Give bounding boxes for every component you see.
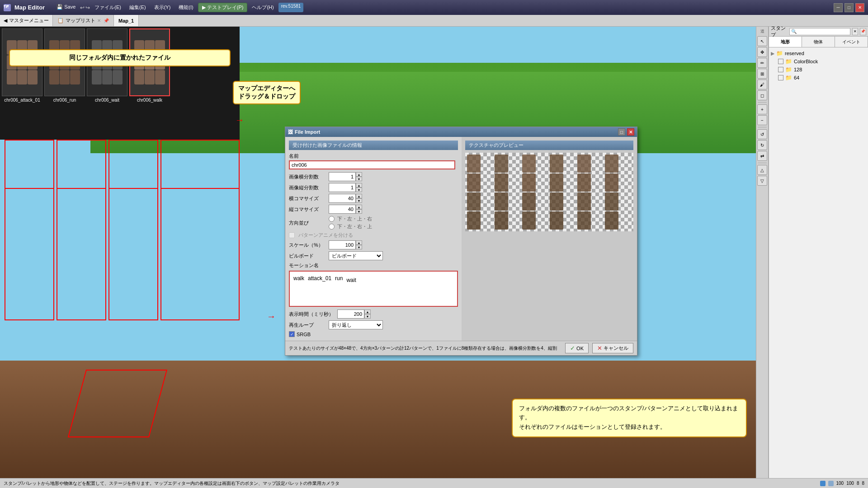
- file-item[interactable]: chr006_walk: [129, 28, 170, 138]
- red-col-2b: [57, 140, 106, 320]
- master-menu-tab[interactable]: ◀ マスターメニュー: [0, 15, 53, 26]
- map-1-tab[interactable]: Map_1: [114, 15, 139, 26]
- menu-bar: 💾 Save ↩ ↪ ファイル(E) 編集(E) 表示(Y) 機能(I) ▶ テ…: [53, 3, 303, 12]
- tool-rotate-left[interactable]: ↺: [757, 129, 767, 139]
- dialog-icon: 🖼: [288, 129, 293, 135]
- tool-eraser[interactable]: ◻: [757, 90, 767, 100]
- dialog-restore-button[interactable]: □: [618, 128, 625, 136]
- frame-h-spinner-btns: ▲ ▼: [356, 205, 362, 214]
- scale-input[interactable]: [329, 240, 356, 249]
- file-menu[interactable]: ファイル(E): [91, 3, 125, 12]
- direction-radio-2[interactable]: [329, 224, 335, 230]
- horiz-div-up[interactable]: ▲: [356, 172, 362, 177]
- ok-button[interactable]: ✓ OK: [565, 343, 589, 353]
- frame-w-spinner: ▲ ▼: [329, 194, 362, 203]
- frame-h-up[interactable]: ▲: [356, 205, 362, 209]
- motion-label: モーション名: [289, 262, 458, 269]
- 128-checkbox[interactable]: [778, 67, 783, 72]
- tool-triangle-2[interactable]: ▽: [757, 176, 767, 186]
- scale-up[interactable]: ▲: [356, 240, 362, 245]
- divider-2: [758, 127, 767, 127]
- tool-grid[interactable]: ⊞: [757, 69, 767, 79]
- stamp-tab-terrain[interactable]: 地形: [769, 37, 802, 47]
- toolbar-label: 道: [760, 28, 764, 34]
- tree-item-reserved[interactable]: ▶ 📁 reserved: [771, 49, 866, 57]
- loop-select[interactable]: 折り返し: [329, 320, 383, 329]
- file-name-1: chr006_attack_01: [4, 98, 40, 103]
- map-list-tab[interactable]: 📋 マップリスト ✕ 📌: [53, 15, 114, 26]
- cancel-button[interactable]: ✕ キャンセル: [592, 343, 633, 353]
- maximize-button[interactable]: □: [844, 3, 854, 12]
- display-time-spinner: ▲ ▼: [337, 310, 371, 319]
- display-time-input[interactable]: [337, 310, 364, 319]
- function-menu[interactable]: 機能(I): [175, 3, 197, 12]
- vert-div-up[interactable]: ▲: [356, 183, 362, 188]
- frame-w-input[interactable]: [329, 194, 356, 203]
- frame-h-label: 縦コマサイズ: [289, 206, 325, 213]
- tool-pen[interactable]: ✏: [757, 58, 767, 68]
- edit-menu[interactable]: 編集(E): [126, 3, 150, 12]
- preview-sprite: [550, 155, 563, 173]
- display-time-up[interactable]: ▲: [364, 310, 371, 314]
- srgb-checkbox[interactable]: ✓: [289, 331, 295, 337]
- frame-h-down[interactable]: ▼: [356, 209, 362, 214]
- name-input[interactable]: [289, 160, 455, 169]
- save-button[interactable]: 💾 Save: [53, 3, 79, 12]
- test-play-button[interactable]: ▶ テストプレイ(P): [198, 3, 248, 12]
- file-item[interactable]: chr006_attack_01: [2, 28, 42, 138]
- vert-div-input[interactable]: [329, 183, 356, 192]
- view-menu[interactable]: 表示(Y): [151, 3, 175, 12]
- redo-button[interactable]: ↪: [85, 5, 90, 11]
- stamp-tab-objects[interactable]: 物体: [802, 37, 835, 47]
- 64-checkbox[interactable]: [778, 75, 783, 80]
- undo-button[interactable]: ↩: [80, 5, 85, 11]
- stamp-search-input[interactable]: [789, 28, 850, 35]
- revision-badge: rev.51581: [278, 3, 304, 12]
- tool-brush[interactable]: 🖌: [757, 80, 767, 89]
- colorblock-checkbox[interactable]: [778, 59, 783, 64]
- frame-h-row: 縦コマサイズ ▲ ▼: [289, 205, 458, 214]
- direction-radio-1[interactable]: [329, 216, 335, 222]
- tool-move[interactable]: ✥: [757, 47, 767, 57]
- tool-triangle-1[interactable]: △: [757, 165, 767, 175]
- file-item[interactable]: chr006_run: [44, 28, 85, 138]
- frame-w-down[interactable]: ▼: [356, 198, 362, 203]
- horiz-div-row: 画像横分割数 ▲ ▼: [289, 172, 458, 181]
- billboard-select[interactable]: ビルボード: [329, 251, 383, 260]
- tool-zoom-in[interactable]: +: [757, 104, 767, 114]
- scale-spinner: ▲ ▼: [329, 240, 362, 249]
- stamp-close-button[interactable]: ✕: [852, 28, 859, 35]
- stamp-tab-events[interactable]: イベント: [835, 37, 868, 47]
- frame-h-input[interactable]: [329, 205, 356, 214]
- tree-item-128[interactable]: 📁 128: [771, 66, 866, 74]
- minimize-button[interactable]: ─: [834, 3, 843, 12]
- ok-label: OK: [576, 346, 584, 351]
- tool-select[interactable]: ↖: [757, 36, 767, 46]
- horiz-div-down[interactable]: ▼: [356, 177, 362, 181]
- tree-item-64[interactable]: 📁 64: [771, 74, 866, 82]
- direction-label: 方向並び: [289, 220, 325, 226]
- help-menu[interactable]: ヘルプ(H): [248, 3, 277, 12]
- tool-rotate-right[interactable]: ↻: [757, 140, 767, 150]
- display-time-down[interactable]: ▼: [364, 314, 371, 319]
- pattern-anim-checkbox[interactable]: [289, 232, 295, 238]
- scale-row: スケール（%） ▲ ▼: [289, 240, 458, 249]
- stamp-pin-button[interactable]: 📌: [860, 28, 866, 35]
- frame-w-up[interactable]: ▲: [356, 194, 362, 198]
- tool-flip[interactable]: ⇄: [757, 151, 767, 161]
- scale-down[interactable]: ▼: [356, 245, 362, 249]
- preview-sprite: [550, 211, 563, 230]
- motion-box: walk attack_01 run wait: [289, 271, 458, 307]
- file-item[interactable]: chr006_wait: [87, 28, 127, 138]
- tool-zoom-out[interactable]: −: [757, 115, 767, 125]
- map-list-close[interactable]: ✕: [97, 18, 101, 23]
- red-col-3b: [108, 140, 158, 320]
- close-button[interactable]: ✕: [855, 3, 864, 12]
- x-icon: ✕: [597, 345, 602, 352]
- scale-label: スケール（%）: [289, 242, 325, 249]
- horiz-div-input[interactable]: [329, 172, 356, 181]
- preview-sprite: [577, 192, 591, 211]
- dialog-close-button[interactable]: ✕: [627, 128, 634, 136]
- tree-item-colorblock[interactable]: 📁 ColorBlock: [771, 57, 866, 66]
- vert-div-down[interactable]: ▼: [356, 188, 362, 192]
